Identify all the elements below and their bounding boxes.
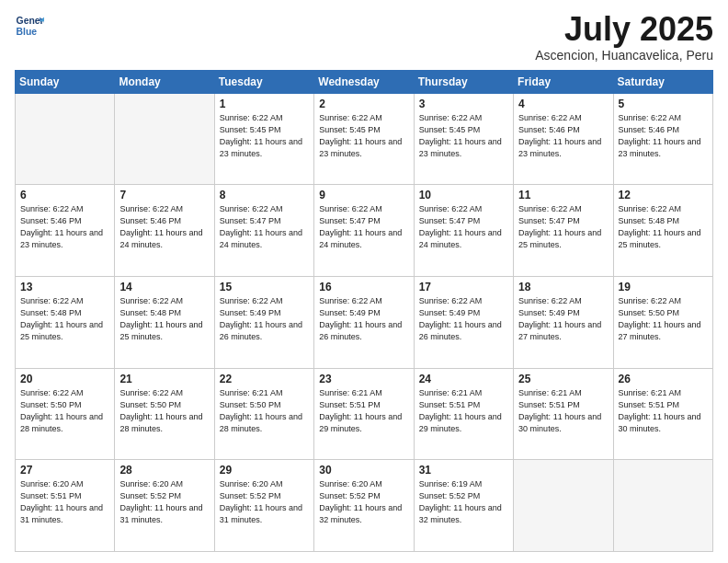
day-info: Sunrise: 6:20 AM Sunset: 5:52 PM Dayligh… bbox=[220, 478, 309, 526]
table-row: 7Sunrise: 6:22 AM Sunset: 5:46 PM Daylig… bbox=[115, 185, 214, 277]
day-info: Sunrise: 6:21 AM Sunset: 5:51 PM Dayligh… bbox=[319, 387, 408, 435]
day-info: Sunrise: 6:22 AM Sunset: 5:49 PM Dayligh… bbox=[419, 295, 508, 343]
table-row: 22Sunrise: 6:21 AM Sunset: 5:50 PM Dayli… bbox=[214, 368, 313, 460]
day-info: Sunrise: 6:22 AM Sunset: 5:46 PM Dayligh… bbox=[619, 112, 708, 160]
day-info: Sunrise: 6:21 AM Sunset: 5:51 PM Dayligh… bbox=[619, 387, 708, 435]
logo-icon: General Blue bbox=[15, 11, 44, 40]
day-number: 17 bbox=[419, 281, 508, 293]
table-row: 25Sunrise: 6:21 AM Sunset: 5:51 PM Dayli… bbox=[514, 368, 613, 460]
day-number: 14 bbox=[119, 281, 209, 293]
table-row: 19Sunrise: 6:22 AM Sunset: 5:50 PM Dayli… bbox=[613, 276, 712, 368]
table-row: 11Sunrise: 6:22 AM Sunset: 5:47 PM Dayli… bbox=[514, 185, 613, 277]
day-number: 13 bbox=[20, 281, 109, 293]
day-info: Sunrise: 6:22 AM Sunset: 5:45 PM Dayligh… bbox=[419, 112, 508, 160]
day-number: 26 bbox=[619, 373, 708, 385]
col-tuesday: Tuesday bbox=[214, 70, 313, 93]
table-row: 21Sunrise: 6:22 AM Sunset: 5:50 PM Dayli… bbox=[115, 368, 214, 460]
logo: General Blue bbox=[15, 11, 44, 40]
table-row: 16Sunrise: 6:22 AM Sunset: 5:49 PM Dayli… bbox=[314, 276, 414, 368]
day-info: Sunrise: 6:22 AM Sunset: 5:47 PM Dayligh… bbox=[419, 203, 508, 251]
calendar-week-row: 20Sunrise: 6:22 AM Sunset: 5:50 PM Dayli… bbox=[16, 368, 713, 460]
day-number: 2 bbox=[319, 98, 408, 110]
table-row: 24Sunrise: 6:21 AM Sunset: 5:51 PM Dayli… bbox=[414, 368, 513, 460]
day-info: Sunrise: 6:22 AM Sunset: 5:46 PM Dayligh… bbox=[518, 112, 608, 160]
table-row: 17Sunrise: 6:22 AM Sunset: 5:49 PM Dayli… bbox=[414, 276, 513, 368]
day-info: Sunrise: 6:22 AM Sunset: 5:50 PM Dayligh… bbox=[119, 387, 209, 435]
day-number: 23 bbox=[319, 373, 408, 385]
table-row: 5Sunrise: 6:22 AM Sunset: 5:46 PM Daylig… bbox=[613, 93, 712, 185]
day-info: Sunrise: 6:22 AM Sunset: 5:48 PM Dayligh… bbox=[20, 295, 109, 343]
day-info: Sunrise: 6:21 AM Sunset: 5:50 PM Dayligh… bbox=[220, 387, 309, 435]
day-info: Sunrise: 6:22 AM Sunset: 5:45 PM Dayligh… bbox=[319, 112, 408, 160]
day-number: 8 bbox=[220, 189, 309, 201]
day-info: Sunrise: 6:20 AM Sunset: 5:52 PM Dayligh… bbox=[119, 478, 209, 526]
day-number: 22 bbox=[220, 373, 309, 385]
table-row bbox=[514, 460, 613, 552]
day-info: Sunrise: 6:22 AM Sunset: 5:49 PM Dayligh… bbox=[220, 295, 309, 343]
day-info: Sunrise: 6:22 AM Sunset: 5:47 PM Dayligh… bbox=[319, 203, 408, 251]
day-info: Sunrise: 6:22 AM Sunset: 5:48 PM Dayligh… bbox=[619, 203, 708, 251]
day-info: Sunrise: 6:22 AM Sunset: 5:47 PM Dayligh… bbox=[518, 203, 608, 251]
col-saturday: Saturday bbox=[613, 70, 712, 93]
table-row bbox=[16, 93, 115, 185]
day-number: 9 bbox=[319, 189, 408, 201]
day-number: 3 bbox=[419, 98, 508, 110]
table-row: 6Sunrise: 6:22 AM Sunset: 5:46 PM Daylig… bbox=[16, 185, 115, 277]
table-row: 28Sunrise: 6:20 AM Sunset: 5:52 PM Dayli… bbox=[115, 460, 214, 552]
day-number: 19 bbox=[619, 281, 708, 293]
day-number: 18 bbox=[518, 281, 608, 293]
calendar-week-row: 13Sunrise: 6:22 AM Sunset: 5:48 PM Dayli… bbox=[16, 276, 713, 368]
day-number: 24 bbox=[419, 373, 508, 385]
day-info: Sunrise: 6:21 AM Sunset: 5:51 PM Dayligh… bbox=[518, 387, 608, 435]
table-row: 12Sunrise: 6:22 AM Sunset: 5:48 PM Dayli… bbox=[613, 185, 712, 277]
calendar-week-row: 6Sunrise: 6:22 AM Sunset: 5:46 PM Daylig… bbox=[16, 185, 713, 277]
day-info: Sunrise: 6:22 AM Sunset: 5:50 PM Dayligh… bbox=[619, 295, 708, 343]
day-info: Sunrise: 6:20 AM Sunset: 5:51 PM Dayligh… bbox=[20, 478, 109, 526]
day-info: Sunrise: 6:22 AM Sunset: 5:45 PM Dayligh… bbox=[220, 112, 309, 160]
table-row: 8Sunrise: 6:22 AM Sunset: 5:47 PM Daylig… bbox=[214, 185, 313, 277]
day-info: Sunrise: 6:22 AM Sunset: 5:46 PM Dayligh… bbox=[119, 203, 209, 251]
calendar-header-row: Sunday Monday Tuesday Wednesday Thursday… bbox=[16, 70, 713, 93]
day-number: 16 bbox=[319, 281, 408, 293]
table-row: 20Sunrise: 6:22 AM Sunset: 5:50 PM Dayli… bbox=[16, 368, 115, 460]
day-number: 25 bbox=[518, 373, 608, 385]
page: General Blue July 2025 Ascencion, Huanca… bbox=[0, 0, 728, 563]
table-row: 23Sunrise: 6:21 AM Sunset: 5:51 PM Dayli… bbox=[314, 368, 414, 460]
month-title: July 2025 bbox=[535, 11, 713, 48]
table-row: 18Sunrise: 6:22 AM Sunset: 5:49 PM Dayli… bbox=[514, 276, 613, 368]
col-sunday: Sunday bbox=[16, 70, 115, 93]
col-monday: Monday bbox=[115, 70, 214, 93]
calendar-week-row: 27Sunrise: 6:20 AM Sunset: 5:51 PM Dayli… bbox=[16, 460, 713, 552]
day-info: Sunrise: 6:22 AM Sunset: 5:48 PM Dayligh… bbox=[119, 295, 209, 343]
table-row: 3Sunrise: 6:22 AM Sunset: 5:45 PM Daylig… bbox=[414, 93, 513, 185]
table-row: 4Sunrise: 6:22 AM Sunset: 5:46 PM Daylig… bbox=[514, 93, 613, 185]
svg-text:Blue: Blue bbox=[17, 27, 38, 37]
day-number: 6 bbox=[20, 189, 109, 201]
table-row: 14Sunrise: 6:22 AM Sunset: 5:48 PM Dayli… bbox=[115, 276, 214, 368]
table-row: 26Sunrise: 6:21 AM Sunset: 5:51 PM Dayli… bbox=[613, 368, 712, 460]
location-title: Ascencion, Huancavelica, Peru bbox=[535, 48, 713, 63]
table-row bbox=[115, 93, 214, 185]
day-number: 30 bbox=[319, 464, 408, 477]
header: General Blue July 2025 Ascencion, Huanca… bbox=[15, 11, 713, 63]
day-number: 7 bbox=[119, 189, 209, 201]
day-number: 5 bbox=[619, 98, 708, 110]
day-number: 27 bbox=[20, 464, 109, 477]
table-row: 1Sunrise: 6:22 AM Sunset: 5:45 PM Daylig… bbox=[214, 93, 313, 185]
table-row bbox=[613, 460, 712, 552]
day-number: 11 bbox=[518, 189, 608, 201]
table-row: 31Sunrise: 6:19 AM Sunset: 5:52 PM Dayli… bbox=[414, 460, 513, 552]
day-number: 15 bbox=[220, 281, 309, 293]
day-number: 28 bbox=[119, 464, 209, 477]
table-row: 10Sunrise: 6:22 AM Sunset: 5:47 PM Dayli… bbox=[414, 185, 513, 277]
table-row: 30Sunrise: 6:20 AM Sunset: 5:52 PM Dayli… bbox=[314, 460, 414, 552]
col-friday: Friday bbox=[514, 70, 613, 93]
col-wednesday: Wednesday bbox=[314, 70, 414, 93]
day-number: 29 bbox=[220, 464, 309, 477]
day-info: Sunrise: 6:22 AM Sunset: 5:46 PM Dayligh… bbox=[20, 203, 109, 251]
day-number: 31 bbox=[419, 464, 508, 477]
calendar: Sunday Monday Tuesday Wednesday Thursday… bbox=[15, 70, 713, 552]
day-number: 12 bbox=[619, 189, 708, 201]
col-thursday: Thursday bbox=[414, 70, 513, 93]
title-section: July 2025 Ascencion, Huancavelica, Peru bbox=[535, 11, 713, 63]
